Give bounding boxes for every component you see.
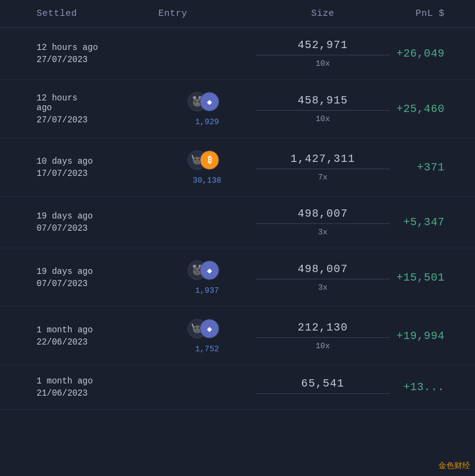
settled-time: 19 days ago [37,211,158,221]
settled-time: 10 days ago [37,156,158,166]
size-leverage: 7x [318,173,328,182]
size-divider [256,337,390,338]
svg-point-16 [195,271,199,274]
settled-cell: 19 days ago 07/07/2023 [37,211,158,233]
size-divider [256,223,390,224]
eth-symbol: ◆ [207,265,212,276]
size-divider [256,393,390,394]
entry-cell: ₿ 30,138 [158,149,256,185]
watermark: 金色财经 [438,460,470,471]
entry-value: 1,929 [195,117,219,127]
settled-cell: 10 days ago 17/07/2023 [37,156,158,178]
settled-time: 12 hoursago [37,93,158,113]
settled-date: 07/07/2023 [37,223,158,233]
size-value: 498,007 [298,208,348,220]
settled-time: 1 month ago [37,325,158,335]
table-row: 19 days ago 07/07/2023 ◆ [0,248,475,307]
table-row: 12 hoursago 27/07/2023 ʘ ◆ [0,80,475,138]
size-cell: 65,541 [256,377,390,397]
eth-icon: ◆ [200,92,219,111]
settled-date: 21/06/2023 [37,388,158,398]
size-cell: 458,915 10x [256,94,390,124]
settled-time: 12 hours ago [37,43,158,52]
entry-cell: ◆ 1,752 [158,318,256,354]
header-settled: Settled [37,9,158,19]
size-value: 1,427,311 [290,153,355,165]
svg-point-8 [194,159,196,161]
pnl-cell: +5,347 [390,216,463,228]
settled-date: 07/07/2023 [37,279,158,289]
size-value: 452,971 [298,39,348,51]
settled-date: 17/07/2023 [37,169,158,178]
size-cell: 212,130 10x [256,321,390,351]
settled-cell: 1 month ago 21/06/2023 [37,376,158,398]
entry-icons: ◆ [188,259,227,281]
svg-point-0 [193,96,197,100]
svg-point-11 [193,265,197,268]
size-value: 498,007 [298,263,348,275]
size-value: 212,130 [298,321,348,334]
settled-date: 27/07/2023 [37,55,158,65]
size-divider [256,55,390,55]
entry-cell: ʘ ◆ 1,929 [158,91,256,127]
pnl-cell: +19,994 [390,330,463,342]
settled-cell: 19 days ago 07/07/2023 [37,267,158,289]
pnl-cell: +371 [390,161,463,173]
size-cell: 498,007 3x [256,208,390,237]
table-header: Settled Entry Size PnL $ [0,0,475,28]
size-divider [256,279,390,279]
eth-icon: ◆ [200,261,219,280]
settled-cell: 1 month ago 22/06/2023 [37,325,158,347]
size-leverage: 3x [318,283,328,292]
size-leverage: 10x [315,114,329,124]
size-leverage: 3x [318,228,328,237]
svg-point-18 [194,327,196,329]
btc-symbol: ₿ [208,155,212,165]
size-divider [256,110,390,111]
size-leverage: 10x [315,341,329,351]
entry-icons: ʘ ◆ [188,91,227,113]
eth-symbol: ◆ [207,97,212,107]
settled-date: 27/07/2023 [37,115,158,125]
settled-time: 1 month ago [37,376,158,386]
pnl-cell: +13... [390,381,463,393]
eth-icon: ◆ [200,319,219,338]
btc-icon: ₿ [200,150,219,170]
table-row: 1 month ago 22/06/2023 ◆ [0,307,475,365]
size-value: 458,915 [298,94,348,107]
size-divider [256,169,390,169]
table-row: 10 days ago 17/07/2023 ₿ [0,138,475,197]
entry-value: 1,752 [195,345,219,354]
size-cell: 498,007 3x [256,263,390,292]
entry-cell: ◆ 1,937 [158,259,256,295]
entry-icons: ◆ [188,318,227,340]
size-value: 65,541 [301,377,345,390]
size-cell: 1,427,311 7x [256,153,390,182]
settled-cell: 12 hoursago 27/07/2023 [37,93,158,125]
trades-table: Settled Entry Size PnL $ 12 hours ago 27… [0,0,475,410]
table-row: 12 hours ago 27/07/2023 452,971 10x +26,… [0,28,475,80]
entry-icons: ₿ [188,149,227,171]
header-pnl: PnL $ [390,9,463,19]
entry-value: 1,937 [195,286,219,295]
svg-point-10 [196,161,199,163]
size-cell: 452,971 10x [256,39,390,68]
pnl-cell: +26,049 [390,47,463,60]
settled-cell: 12 hours ago 27/07/2023 [37,43,158,65]
table-row: 19 days ago 07/07/2023 498,007 3x +5,347 [0,197,475,248]
header-entry: Entry [158,9,256,19]
table-row: 1 month ago 21/06/2023 65,541 +13... [0,365,475,410]
settled-date: 22/06/2023 [37,337,158,347]
pnl-cell: +15,501 [390,271,463,284]
size-leverage: 10x [315,59,329,68]
svg-point-14 [194,270,196,271]
header-size: Size [256,9,390,19]
eth-symbol: ◆ [207,324,212,334]
svg-point-20 [196,330,199,332]
settled-time: 19 days ago [37,267,158,276]
pnl-cell: +25,460 [390,103,463,115]
entry-value: 30,138 [193,176,222,185]
